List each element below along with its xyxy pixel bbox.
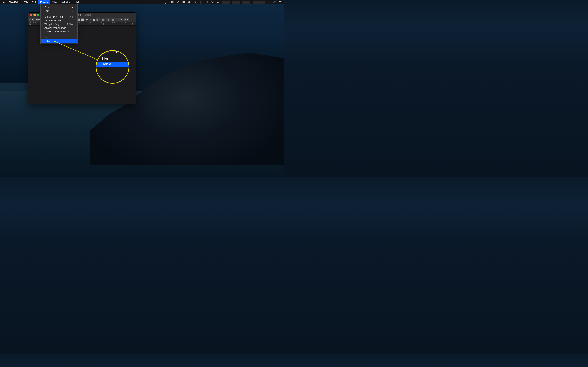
line-spacing-select[interactable]: 1.0 ▾ bbox=[116, 18, 123, 21]
control-center-icon[interactable] bbox=[279, 1, 282, 4]
menu-table[interactable]: Table... bbox=[41, 39, 77, 43]
apple-logo-icon[interactable] bbox=[2, 1, 5, 4]
siri-icon[interactable] bbox=[273, 1, 276, 4]
zoom-callout: Make La List... Table... bbox=[96, 50, 129, 83]
bold-button[interactable]: B bbox=[86, 18, 88, 21]
menu-label: Font bbox=[44, 6, 50, 9]
menu-separator bbox=[41, 14, 77, 14]
svg-line-5 bbox=[269, 3, 270, 3]
menu-label: List... bbox=[44, 36, 51, 39]
list-style-select[interactable]: ≡ ▾ bbox=[124, 18, 129, 21]
airplay-icon[interactable] bbox=[205, 1, 208, 4]
menu-allow-hyphenation[interactable]: Allow Hyphenation bbox=[41, 26, 77, 30]
bluetooth-icon[interactable] bbox=[199, 1, 202, 4]
dots-icon[interactable]: ⋯• bbox=[165, 1, 168, 4]
menu-list[interactable]: List... bbox=[41, 35, 77, 39]
menu-label: Wrap to Page bbox=[44, 23, 61, 26]
zoom-menu-list: List... bbox=[96, 56, 129, 62]
dropbox-icon[interactable] bbox=[171, 1, 174, 4]
italic-button[interactable]: I bbox=[89, 18, 91, 21]
menu-font[interactable]: Font ▶ bbox=[41, 5, 77, 9]
svg-point-4 bbox=[268, 1, 269, 3]
time-machine-icon[interactable] bbox=[193, 1, 197, 4]
menu-view[interactable]: View bbox=[51, 0, 60, 4]
text-cursor bbox=[30, 27, 30, 30]
menu-make-plain-text[interactable]: Make Plain Text ⇧⌘T bbox=[41, 15, 77, 18]
menu-label: Allow Hyphenation bbox=[44, 26, 66, 29]
align-right-button[interactable] bbox=[106, 18, 110, 21]
svg-rect-2 bbox=[205, 1, 208, 3]
ruler-number: 4 bbox=[88, 23, 89, 25]
menu-window[interactable]: Window bbox=[60, 0, 73, 4]
menu-text[interactable]: Text ▶ bbox=[41, 9, 77, 13]
menu-file[interactable]: File bbox=[22, 0, 30, 4]
ruler-number: 7 bbox=[132, 23, 133, 25]
notification-icon[interactable] bbox=[182, 1, 185, 4]
svg-point-6 bbox=[273, 1, 276, 3]
align-left-button[interactable] bbox=[96, 18, 100, 21]
spotlight-icon[interactable] bbox=[267, 1, 270, 4]
underline-button[interactable]: U bbox=[93, 18, 95, 21]
submenu-arrow-icon: ▶ bbox=[72, 6, 73, 8]
menu-make-layout-vertical[interactable]: Make Layout Vertical bbox=[41, 30, 77, 33]
menu-label: Prevent Editing bbox=[44, 19, 62, 22]
status-redacted bbox=[252, 1, 265, 4]
menu-wrap-to-page[interactable]: Wrap to Page ⇧⌘W bbox=[41, 22, 77, 26]
menu-label: Make Plain Text bbox=[44, 15, 63, 18]
menu-separator bbox=[41, 34, 77, 34]
ruler-number: 5 bbox=[103, 23, 104, 25]
volume-icon[interactable] bbox=[216, 1, 219, 4]
menubar: TextEdit File Edit Format View Window He… bbox=[0, 0, 284, 4]
menu-help[interactable]: Help bbox=[73, 0, 82, 4]
menu-label: Text bbox=[44, 9, 49, 12]
highlight-color-swatch[interactable] bbox=[81, 18, 84, 21]
svg-rect-8 bbox=[279, 1, 282, 2]
menubar-right: ⋯• bbox=[165, 1, 282, 4]
app-name[interactable]: TextEdit bbox=[7, 1, 21, 4]
creative-cloud-icon[interactable] bbox=[176, 1, 180, 4]
format-menu-dropdown: Font ▶ Text ▶ Make Plain Text ⇧⌘T Preven… bbox=[40, 4, 78, 44]
status-redacted bbox=[242, 1, 250, 4]
submenu-arrow-icon: ▶ bbox=[72, 10, 73, 12]
menu-shortcut: ⇧⌘T bbox=[67, 15, 73, 18]
ruler-number: 6 bbox=[117, 23, 118, 25]
menu-format[interactable]: Format bbox=[38, 0, 51, 4]
menu-shortcut: ⇧⌘W bbox=[66, 23, 73, 25]
zoom-menu-table: Table... bbox=[96, 62, 129, 67]
menu-prevent-editing[interactable]: Prevent Editing bbox=[41, 18, 77, 22]
ruler-number: 0 bbox=[29, 23, 30, 25]
status-redacted bbox=[222, 1, 230, 4]
cloud-icon[interactable] bbox=[188, 1, 191, 4]
svg-rect-9 bbox=[279, 2, 282, 2]
align-justify-button[interactable] bbox=[111, 18, 115, 21]
menu-label: Make Layout Vertical bbox=[44, 30, 69, 33]
menu-edit[interactable]: Edit bbox=[30, 0, 38, 4]
edited-indicator: — Edited bbox=[81, 13, 91, 16]
menu-label: Table... bbox=[44, 40, 53, 43]
status-redacted bbox=[232, 1, 240, 4]
svg-point-3 bbox=[212, 3, 212, 3]
align-center-button[interactable] bbox=[101, 18, 105, 21]
wifi-icon[interactable] bbox=[210, 1, 214, 4]
svg-rect-10 bbox=[279, 3, 282, 3]
paragraph-style-select[interactable]: ¶ ▾ bbox=[29, 18, 34, 21]
